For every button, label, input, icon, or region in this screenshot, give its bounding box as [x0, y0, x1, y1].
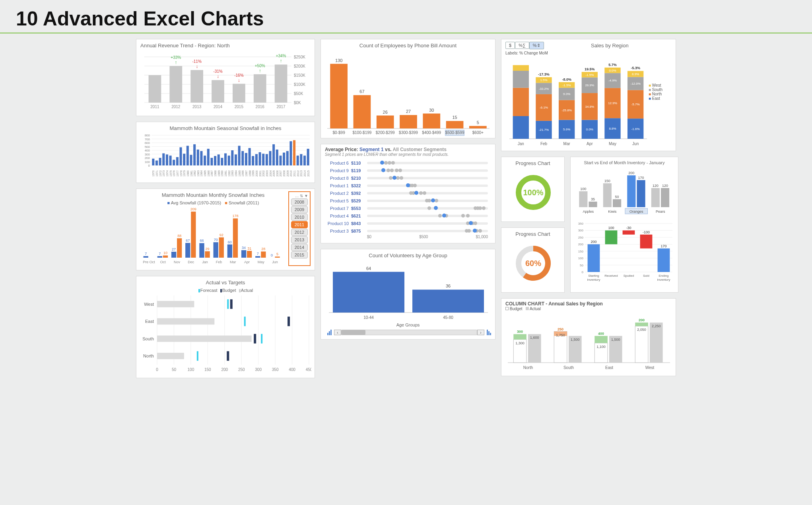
scroll-left-icon[interactable]: ‹ — [334, 330, 341, 335]
svg-text:South: South — [142, 336, 154, 341]
svg-text:19.5%: 19.5% — [585, 67, 595, 71]
c3-legend: ■ Avg Snowfall (1970-2015) ■ Snowfall (2… — [140, 200, 286, 205]
slicer-options-icon[interactable]: … — [295, 194, 300, 198]
bar-chart-icon[interactable] — [327, 330, 332, 335]
svg-text:2015: 2015 — [235, 105, 244, 109]
svg-text:$400-$499: $400-$499 — [422, 130, 441, 135]
svg-text:Ending: Ending — [659, 274, 669, 278]
c8-title: Sales by Region — [548, 43, 672, 49]
row-progress-and-inventory: Progress Chart 100% Progress Chart 60% S… — [501, 157, 676, 293]
scroll-right-icon[interactable]: › — [477, 330, 484, 335]
svg-text:1975: 1975 — [169, 170, 172, 177]
svg-rect-193 — [275, 256, 280, 258]
year-2011[interactable]: 2011 — [291, 221, 308, 228]
slicer-sort-icon[interactable]: ⇅ — [300, 194, 304, 198]
svg-text:Dec: Dec — [188, 260, 194, 264]
svg-text:1,100: 1,100 — [596, 345, 606, 349]
svg-text:-21.7%: -21.7% — [539, 128, 549, 132]
c4-title: Actual vs Targets — [140, 280, 311, 286]
svg-rect-78 — [190, 155, 192, 165]
svg-text:2011: 2011 — [293, 170, 296, 177]
svg-text:2012: 2012 — [297, 170, 299, 177]
svg-text:$50K: $50K — [294, 91, 303, 96]
svg-text:2001: 2001 — [259, 170, 262, 177]
svg-rect-158 — [177, 238, 182, 258]
year-2009[interactable]: 2009 — [291, 206, 308, 213]
svg-text:250: 250 — [558, 327, 563, 331]
toggle-pct-change[interactable]: %⇕ — [529, 42, 544, 49]
year-2013[interactable]: 2013 — [291, 236, 308, 243]
svg-text:1,750: 1,750 — [556, 333, 565, 337]
svg-rect-329 — [613, 199, 621, 207]
svg-rect-110 — [245, 153, 247, 165]
c12-svg: 050100150200250300350200StartingInventor… — [575, 220, 674, 284]
year-2008[interactable]: 2008 — [291, 198, 308, 206]
svg-text:↑: ↑ — [280, 58, 282, 64]
year-2012[interactable]: 2012 — [291, 229, 308, 236]
svg-text:May: May — [609, 142, 616, 146]
svg-text:170: 170 — [660, 244, 666, 248]
scroll-track[interactable] — [341, 330, 477, 335]
toggle-dollar[interactable]: $ — [505, 42, 515, 49]
svg-text:26: 26 — [383, 110, 388, 115]
svg-text:1988: 1988 — [214, 170, 217, 177]
c5-title: Count of Employees by Phone Bill Amount — [325, 43, 491, 49]
svg-text:1998: 1998 — [249, 170, 251, 177]
svg-rect-182 — [241, 250, 246, 258]
svg-rect-22 — [212, 80, 224, 103]
svg-rect-96 — [221, 158, 223, 165]
svg-rect-104 — [235, 154, 237, 165]
svg-rect-401 — [635, 322, 648, 326]
year-2010[interactable]: 2010 — [291, 214, 308, 221]
svg-rect-138 — [293, 140, 295, 165]
svg-text:200: 200 — [628, 171, 634, 175]
svg-text:Feb: Feb — [540, 142, 548, 146]
svg-rect-62 — [162, 153, 165, 165]
svg-rect-86 — [204, 155, 206, 165]
svg-rect-333 — [627, 175, 635, 207]
svg-rect-339 — [651, 188, 660, 207]
svg-rect-340 — [661, 188, 669, 207]
svg-rect-120 — [262, 154, 264, 165]
svg-text:250: 250 — [578, 236, 584, 239]
svg-text:$600+: $600+ — [472, 130, 484, 135]
svg-text:400: 400 — [598, 332, 604, 336]
year-2015[interactable]: 2015 — [291, 251, 308, 258]
svg-rect-56 — [152, 159, 154, 165]
toggle-pct-total[interactable]: %∑ — [515, 42, 529, 49]
svg-text:1991: 1991 — [224, 170, 227, 177]
svg-text:Received: Received — [604, 274, 618, 278]
product-row: Product 3$875 — [325, 227, 491, 235]
svg-text:Oct: Oct — [160, 260, 166, 264]
svg-text:$100-$199: $100-$199 — [353, 130, 372, 135]
chart-sales-by-region: $%∑%⇕ Labels: % Change MoM Sales by Regi… — [501, 39, 676, 151]
svg-text:East: East — [145, 319, 154, 324]
svg-text:Pre Oct: Pre Oct — [143, 260, 155, 264]
svg-text:100: 100 — [188, 367, 194, 372]
chart-seasonal-snowfall: Mammoth Mountain Seasonal Snowfall in In… — [136, 122, 315, 183]
bar-chart-icon[interactable] — [487, 330, 491, 335]
c7-scrollbar[interactable]: ‹ › — [325, 330, 491, 335]
svg-text:2003: 2003 — [266, 170, 268, 177]
svg-text:-4.9%: -4.9% — [608, 79, 617, 82]
svg-rect-219 — [227, 299, 229, 309]
svg-text:15: 15 — [452, 115, 457, 120]
svg-text:31: 31 — [247, 247, 251, 251]
slicer-filter-icon[interactable]: ▼ — [304, 194, 308, 198]
c1-title: Annual Revenue Trend - Region: North — [140, 43, 311, 49]
c8-svg: Jan-21.7%-6.1%-33.2%1.5%-17.3%Feb5.6%-25… — [505, 55, 649, 147]
svg-rect-100 — [228, 155, 230, 165]
product-row: Product 4$621 — [325, 212, 491, 219]
svg-text:1981: 1981 — [190, 170, 193, 177]
svg-text:1990: 1990 — [221, 170, 223, 177]
svg-rect-30 — [254, 74, 266, 103]
svg-text:-100: -100 — [643, 230, 650, 234]
year-2014[interactable]: 2014 — [291, 244, 308, 251]
product-row: Product 6$110 — [325, 159, 491, 167]
svg-rect-265 — [513, 88, 529, 116]
svg-text:178: 178 — [232, 214, 238, 218]
svg-text:1996: 1996 — [241, 170, 244, 177]
svg-text:$0-$99: $0-$99 — [333, 130, 346, 135]
svg-rect-230 — [227, 351, 229, 361]
product-row: Product 8$210 — [325, 174, 491, 182]
